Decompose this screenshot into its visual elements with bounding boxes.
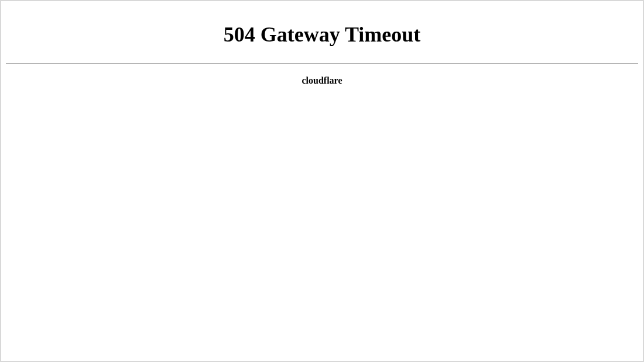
error-page: 504 Gateway Timeout cloudflare [6, 22, 638, 86]
divider [6, 63, 638, 64]
server-name: cloudflare [6, 75, 638, 86]
error-title: 504 Gateway Timeout [6, 22, 638, 47]
